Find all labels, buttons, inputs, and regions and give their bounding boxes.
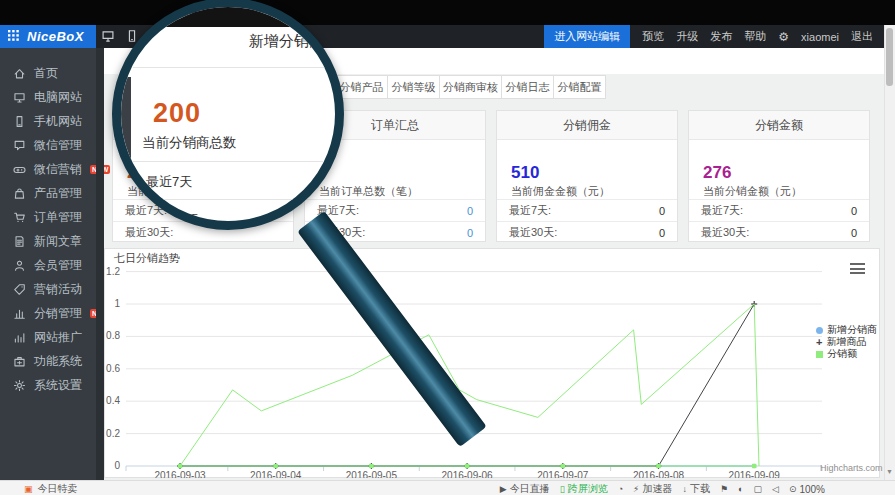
tab-4[interactable]: 分销配置 (553, 75, 606, 99)
top-black-strip (0, 0, 895, 25)
sidebar-item-1[interactable]: 电脑网站 (0, 85, 96, 109)
statusbar-sale-item[interactable]: ▣ 今日特卖 (24, 482, 78, 495)
logo-block[interactable]: NiceBoX (0, 25, 96, 48)
sidebar-item-9[interactable]: 营销活动 (0, 277, 96, 301)
legend-item-2[interactable]: 分销额 (816, 347, 857, 361)
statusbar-100%[interactable]: ⊙100% (789, 484, 825, 495)
card-row: 最近30天:0 (689, 221, 869, 243)
statusbar-browser[interactable]: ◐ (738, 484, 743, 494)
card-caption: 当前佣金金额（元） (511, 184, 610, 199)
legend-marker-circle (816, 327, 823, 334)
statusbar-window[interactable]: ▢ (753, 484, 762, 494)
card-row-label: 最近7天: (509, 203, 551, 218)
dashboard-icon: ◔ (618, 484, 623, 494)
tab-1[interactable]: 分销等级 (387, 75, 440, 99)
scrollbar-thumb[interactable] (886, 28, 893, 86)
topbar-link-2[interactable]: 发布 (710, 29, 732, 44)
legend-label: 分销额 (827, 347, 857, 361)
statusbar-speaker[interactable]: ◁ (772, 484, 779, 494)
sidebar-item-3[interactable]: 微信管理 (0, 133, 96, 157)
sale-label: 今日特卖 (38, 482, 78, 495)
statusbar-label: 跨屏浏览 (568, 482, 608, 495)
card-row: 最近7天:0 (497, 199, 677, 221)
sidebar-item-12[interactable]: 功能系统 (0, 349, 96, 373)
lens-caption: 当前分销商总数 (142, 134, 237, 152)
card-row-value: 0 (467, 227, 473, 239)
logo-text: NiceBoX (27, 29, 84, 44)
topbar-link-0[interactable]: 预览 (642, 29, 664, 44)
tab-0[interactable]: 分销产品 (335, 75, 388, 99)
x-axis-label: 2016-09-09 (729, 470, 781, 478)
page-scrollbar[interactable] (884, 25, 895, 480)
sidebar-edge-column (96, 48, 104, 480)
card-row-value: 0 (851, 205, 857, 217)
statusbar-label: 加速器 (642, 482, 672, 495)
svg-text:0.4: 0.4 (106, 395, 120, 406)
chart-context-menu-icon[interactable] (850, 263, 865, 274)
x-axis-label: 2016-09-08 (633, 470, 685, 478)
lens-row1-label: 最近7天 (146, 173, 192, 191)
function-case-icon (13, 355, 26, 368)
sidebar-item-0[interactable]: 首页 (0, 61, 96, 85)
topbar-link-3[interactable]: 帮助 (744, 29, 766, 44)
scrollbar-down-arrow[interactable]: ▼ (886, 468, 893, 475)
logout-button[interactable]: 退出 (851, 29, 873, 44)
pc-view-icon[interactable] (101, 29, 115, 47)
legend-marker-plus: + (816, 339, 822, 346)
sidebar-item-4[interactable]: 微信营销NEW (0, 157, 96, 181)
statusbar-label: 下载 (690, 482, 710, 495)
lens-panel-title: 新增分销商 (249, 32, 324, 51)
card-row: 最近7天:0 (305, 199, 485, 221)
magnifier-lens: 新增分销商 200 当前分销商总数 最近7天 最近30天 (112, 0, 344, 230)
x-axis-label: 2016-09-07 (537, 470, 589, 478)
gamepad-icon (13, 163, 26, 176)
lens-divider (133, 161, 344, 162)
username[interactable]: xiaomei (801, 31, 839, 43)
sidebar-item-8[interactable]: 会员管理 (0, 253, 96, 277)
grid-menu-icon[interactable] (8, 30, 21, 43)
highcharts-credit[interactable]: Highcharts.com (820, 463, 878, 473)
sidebar-item-7[interactable]: 新闻文章 (0, 229, 96, 253)
sidebar-item-11[interactable]: 网站推广 (0, 325, 96, 349)
sidebar-item-6[interactable]: 订单管理 (0, 205, 96, 229)
wechat-icon (13, 139, 26, 152)
gear-icon[interactable]: ⚙ (778, 30, 789, 44)
lens-divider (133, 67, 344, 68)
statusbar-今日直播[interactable]: ▶今日直播 (500, 482, 550, 495)
app-window: NiceBoX 进入网站编辑预览升级发布帮助⚙xiaomei退出 首页电脑网站手… (0, 0, 895, 495)
card-caption: 当前订单总数（笔） (319, 184, 418, 199)
home-icon (13, 67, 26, 80)
speaker-icon: ◁ (772, 484, 779, 494)
browser-icon: ◐ (738, 484, 743, 494)
svg-text:0: 0 (114, 460, 120, 471)
tab-2[interactable]: 分销商审核 (439, 75, 502, 99)
lens-big-number: 200 (153, 98, 201, 129)
sidebar-item-2[interactable]: 手机网站 (0, 109, 96, 133)
card-row: 最近30天:0 (497, 221, 677, 243)
svg-text:1.2: 1.2 (106, 266, 120, 277)
svg-text:0.8: 0.8 (106, 330, 120, 341)
card-row-value: 0 (659, 227, 665, 239)
member-person-icon (13, 259, 26, 272)
statusbar-dashboard[interactable]: ◔ (618, 484, 623, 494)
sidebar-item-13[interactable]: 系统设置 (0, 373, 96, 397)
navbar-actions: 进入网站编辑预览升级发布帮助⚙xiaomei退出 (544, 25, 873, 48)
tab-3[interactable]: 分销日志 (501, 75, 554, 99)
topbar-link-1[interactable]: 升级 (676, 29, 698, 44)
statusbar-加速器[interactable]: ⚡加速器 (633, 482, 672, 495)
flag-icon: ⚑ (720, 484, 728, 494)
card-title: 分销金额 (689, 111, 869, 140)
enter-site-edit-button[interactable]: 进入网站编辑 (544, 25, 630, 48)
play-circle-icon: ▶ (500, 484, 507, 494)
card-row-label: 最近30天: (701, 225, 749, 240)
statusbar-flag[interactable]: ⚑ (720, 484, 728, 494)
card-row-label: 最近30天: (509, 225, 557, 240)
statusbar-跨屏浏览[interactable]: ▯跨屏浏览 (560, 482, 608, 495)
summary-card-2: 分销佣金510当前佣金金额（元）最近7天:0最近30天:0 (496, 110, 678, 242)
phone-icon (13, 115, 26, 128)
statusbar-下载[interactable]: ↓下载 (682, 482, 710, 495)
sidebar-item-5[interactable]: 产品管理 (0, 181, 96, 205)
card-title: 分销佣金 (497, 111, 677, 140)
statusbar-right-items: ▶今日直播▯跨屏浏览◔⚡加速器↓下载⚑◐▢◁⊙100% (500, 482, 825, 495)
sidebar-item-10[interactable]: 分销管理NEW (0, 301, 96, 325)
